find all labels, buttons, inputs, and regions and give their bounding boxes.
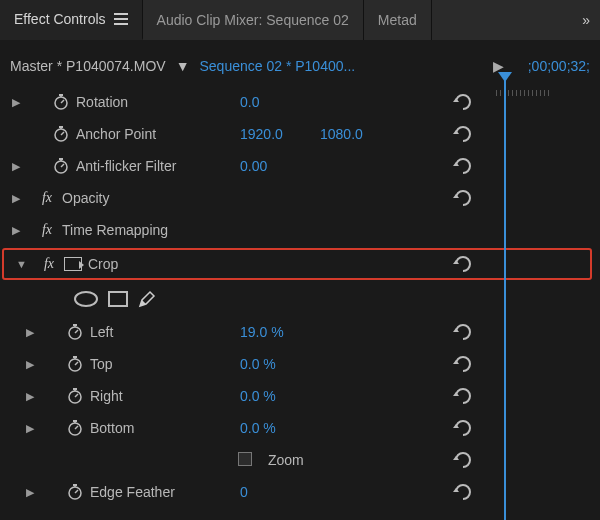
property-value[interactable]: 0 — [240, 484, 248, 500]
stopwatch-icon[interactable] — [66, 387, 84, 405]
twirl-icon[interactable]: ▶ — [12, 192, 26, 205]
twirl-icon[interactable]: ▶ — [26, 358, 40, 371]
property-label: Zoom — [268, 452, 304, 468]
mask-shape-toolbar — [0, 282, 600, 316]
playhead[interactable] — [504, 72, 506, 520]
reset-icon[interactable] — [452, 187, 474, 209]
sequence-clip-label[interactable]: Sequence 02 * P10400... — [200, 58, 356, 74]
reset-icon[interactable] — [452, 449, 474, 471]
reset-icon[interactable] — [452, 253, 474, 275]
property-top: ▶ ▶ Top 0.0 % — [0, 348, 600, 380]
property-antiflicker: ▶ Anti-flicker Filter 0.00 — [0, 150, 600, 182]
pen-mask-icon[interactable] — [138, 290, 156, 308]
reset-icon[interactable] — [452, 481, 474, 503]
twirl-icon[interactable]: ▶ — [26, 390, 40, 403]
property-label: Bottom — [90, 420, 134, 436]
twirl-icon[interactable]: ▶ — [26, 486, 40, 499]
anchor-x-value[interactable]: 1920.0 — [240, 126, 283, 142]
stopwatch-icon[interactable] — [66, 483, 84, 501]
master-clip-label[interactable]: Master * P1040074.MOV — [10, 58, 166, 74]
rect-mask-icon[interactable] — [108, 291, 128, 307]
property-label: Rotation — [76, 94, 128, 110]
chevron-down-icon[interactable]: ▼ — [176, 58, 190, 74]
effects-list: ▶ Rotation 0.0 ▶ Anchor Point 1920.0 108… — [0, 82, 600, 512]
property-value[interactable]: 0.00 — [240, 158, 267, 174]
property-zoom: ▶ ▶ Zoom — [0, 444, 600, 476]
twirl-icon[interactable]: ▶ — [12, 160, 26, 173]
anchor-y-value[interactable]: 1080.0 — [320, 126, 363, 142]
property-edge-feather: ▶ ▶ Edge Feather 0 — [0, 476, 600, 508]
fx-icon[interactable]: fx — [40, 256, 58, 272]
ellipse-mask-icon[interactable] — [74, 291, 98, 307]
property-value[interactable]: 19.0 % — [240, 324, 284, 340]
twirl-icon[interactable]: ▶ — [12, 224, 26, 237]
effect-label: Crop — [88, 256, 118, 272]
reset-icon[interactable] — [452, 321, 474, 343]
fx-icon[interactable]: fx — [38, 222, 56, 238]
property-label: Right — [90, 388, 123, 404]
property-label: Edge Feather — [90, 484, 175, 500]
effect-label: Time Remapping — [62, 222, 168, 238]
stopwatch-icon[interactable] — [52, 157, 70, 175]
twirl-icon[interactable]: ▶ — [26, 326, 40, 339]
tab-label: Metad — [378, 12, 417, 28]
stopwatch-icon[interactable] — [52, 93, 70, 111]
hamburger-icon[interactable] — [114, 13, 128, 25]
tab-audio-clip-mixer[interactable]: Audio Clip Mixer: Sequence 02 — [143, 0, 364, 40]
twirl-icon[interactable]: ▶ — [12, 96, 26, 109]
stopwatch-icon[interactable] — [66, 419, 84, 437]
property-left: ▶ ▶ Left 19.0 % — [0, 316, 600, 348]
property-value[interactable]: 0.0 — [240, 94, 259, 110]
property-label: Left — [90, 324, 113, 340]
tab-label: Effect Controls — [14, 11, 106, 27]
property-label: Top — [90, 356, 113, 372]
reset-icon[interactable] — [452, 123, 474, 145]
reset-icon[interactable] — [452, 91, 474, 113]
reset-icon[interactable] — [452, 155, 474, 177]
tab-label: Audio Clip Mixer: Sequence 02 — [157, 12, 349, 28]
twirl-icon[interactable]: ▶ — [26, 422, 40, 435]
property-right: ▶ ▶ Right 0.0 % — [0, 380, 600, 412]
effect-time-remapping: ▶ fx Time Remapping — [0, 214, 600, 246]
property-value[interactable]: 0.0 % — [240, 388, 276, 404]
effect-opacity: ▶ fx Opacity — [0, 182, 600, 214]
reset-icon[interactable] — [452, 385, 474, 407]
reset-icon[interactable] — [452, 353, 474, 375]
twirl-down-icon[interactable]: ▼ — [16, 258, 30, 270]
effect-bounds-icon[interactable] — [64, 257, 82, 271]
property-anchor-point: ▶ Anchor Point 1920.0 1080.0 — [0, 118, 600, 150]
tab-metadata[interactable]: Metad — [364, 0, 432, 40]
property-bottom: ▶ ▶ Bottom 0.0 % — [0, 412, 600, 444]
property-label: Anti-flicker Filter — [76, 158, 176, 174]
fx-icon[interactable]: fx — [38, 190, 56, 206]
property-value[interactable]: 0.0 % — [240, 420, 276, 436]
zoom-checkbox[interactable] — [238, 452, 252, 466]
property-label: Anchor Point — [76, 126, 156, 142]
reset-icon[interactable] — [452, 417, 474, 439]
stopwatch-icon[interactable] — [66, 323, 84, 341]
effect-label: Opacity — [62, 190, 109, 206]
timeline-ruler[interactable] — [496, 80, 600, 96]
timecode[interactable]: ;00;00;32; — [514, 58, 590, 74]
stopwatch-icon[interactable] — [52, 125, 70, 143]
tab-overflow-icon[interactable]: » — [572, 0, 600, 40]
panel-tabs: Effect Controls Audio Clip Mixer: Sequen… — [0, 0, 600, 40]
stopwatch-icon[interactable] — [66, 355, 84, 373]
property-value[interactable]: 0.0 % — [240, 356, 276, 372]
tab-effect-controls[interactable]: Effect Controls — [0, 0, 143, 40]
